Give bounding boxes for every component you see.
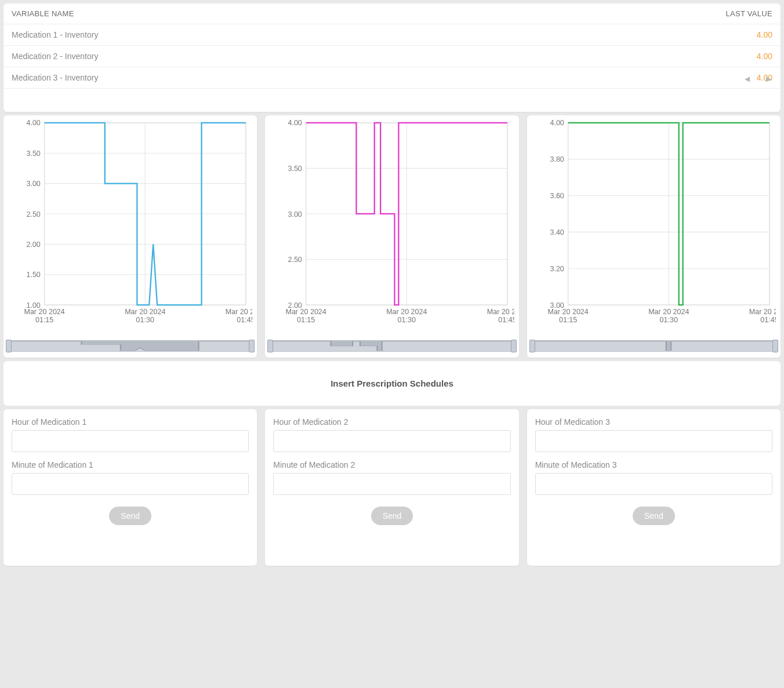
row-value: 4.00 bbox=[485, 67, 781, 89]
row-value: 4.00 bbox=[485, 46, 781, 67]
send-button-3[interactable]: Send bbox=[633, 507, 675, 525]
svg-text:3.00: 3.00 bbox=[26, 180, 40, 188]
minute-label: Minute of Medication 3 bbox=[535, 460, 772, 469]
hour-label: Hour of Medication 3 bbox=[535, 417, 772, 427]
hour-label: Hour of Medication 1 bbox=[12, 417, 249, 427]
brush-mini-3 bbox=[532, 340, 776, 352]
svg-text:01:15: 01:15 bbox=[559, 316, 577, 324]
chart-3[interactable]: 3.003.203.403.603.804.00Mar 20 202401:15… bbox=[532, 119, 776, 330]
pager-prev-icon[interactable]: ◀ bbox=[745, 75, 750, 83]
svg-text:Mar 20 2024: Mar 20 2024 bbox=[487, 308, 514, 316]
chart-card-2: 2.002.503.003.504.00Mar 20 202401:15Mar … bbox=[265, 115, 518, 358]
minute-label: Minute of Medication 1 bbox=[12, 460, 249, 469]
form-card-3: Hour of Medication 3 Minute of Medicatio… bbox=[527, 409, 781, 566]
svg-text:Mar 20 2024: Mar 20 2024 bbox=[226, 308, 253, 316]
svg-text:2.50: 2.50 bbox=[288, 256, 302, 264]
brush-mini-2 bbox=[270, 340, 514, 352]
svg-text:Mar 20 2024: Mar 20 2024 bbox=[125, 308, 165, 316]
svg-text:3.20: 3.20 bbox=[550, 265, 564, 273]
svg-text:01:30: 01:30 bbox=[659, 316, 677, 324]
forms-row: Hour of Medication 1 Minute of Medicatio… bbox=[3, 409, 781, 566]
brush-mini-1 bbox=[8, 340, 252, 352]
svg-text:2.50: 2.50 bbox=[26, 210, 40, 219]
svg-text:Mar 20 2024: Mar 20 2024 bbox=[286, 308, 326, 316]
svg-text:3.50: 3.50 bbox=[26, 150, 40, 158]
svg-text:01:15: 01:15 bbox=[297, 316, 315, 324]
inventory-table-card: VARIABLE NAME LAST VALUE Medication 1 - … bbox=[3, 3, 781, 112]
chart-card-3: 3.003.203.403.603.804.00Mar 20 202401:15… bbox=[527, 115, 781, 358]
chart-brush-1[interactable] bbox=[8, 340, 252, 352]
brush-handle-left[interactable] bbox=[6, 340, 12, 352]
svg-text:01:15: 01:15 bbox=[35, 316, 53, 324]
table-row[interactable]: Medication 2 - Inventory 4.00 bbox=[3, 46, 781, 67]
hour-input-3[interactable] bbox=[535, 430, 772, 452]
svg-text:01:30: 01:30 bbox=[136, 316, 154, 324]
hour-input-1[interactable] bbox=[12, 430, 249, 452]
brush-handle-right[interactable] bbox=[511, 340, 517, 352]
brush-handle-left[interactable] bbox=[267, 340, 273, 352]
charts-row: 1.001.502.002.503.003.504.00Mar 20 20240… bbox=[3, 115, 781, 358]
chart-card-1: 1.001.502.002.503.003.504.00Mar 20 20240… bbox=[3, 115, 257, 358]
row-name: Medication 2 - Inventory bbox=[3, 46, 485, 67]
svg-text:4.00: 4.00 bbox=[550, 119, 564, 127]
svg-text:Mar 20 2024: Mar 20 2024 bbox=[24, 308, 64, 316]
minute-input-1[interactable] bbox=[12, 473, 249, 495]
svg-text:Mar 20 2024: Mar 20 2024 bbox=[386, 308, 427, 316]
svg-text:01:45: 01:45 bbox=[237, 316, 252, 324]
pager-next-icon[interactable]: ▶ bbox=[766, 75, 771, 83]
send-button-2[interactable]: Send bbox=[371, 507, 413, 525]
svg-text:01:45: 01:45 bbox=[499, 316, 514, 324]
svg-text:01:45: 01:45 bbox=[760, 316, 776, 324]
svg-text:4.00: 4.00 bbox=[26, 119, 40, 127]
svg-text:3.40: 3.40 bbox=[550, 228, 564, 236]
row-name: Medication 1 - Inventory bbox=[3, 24, 485, 46]
minute-label: Minute of Medication 2 bbox=[273, 460, 510, 469]
chart-brush-3[interactable] bbox=[532, 340, 776, 352]
form-card-2: Hour of Medication 2 Minute of Medicatio… bbox=[265, 409, 518, 566]
hour-label: Hour of Medication 2 bbox=[273, 417, 510, 427]
brush-handle-right[interactable] bbox=[772, 340, 778, 352]
svg-text:3.80: 3.80 bbox=[550, 155, 564, 163]
table-pager: ◀ ▶ bbox=[745, 75, 771, 83]
section-title: Insert Prescription Schedules bbox=[331, 378, 453, 388]
form-card-1: Hour of Medication 1 Minute of Medicatio… bbox=[3, 409, 257, 566]
brush-handle-left[interactable] bbox=[529, 340, 535, 352]
hour-input-2[interactable] bbox=[273, 430, 510, 452]
minute-input-2[interactable] bbox=[273, 473, 510, 495]
svg-text:3.50: 3.50 bbox=[288, 165, 302, 173]
svg-text:Mar 20 2024: Mar 20 2024 bbox=[749, 308, 776, 316]
chart-2[interactable]: 2.002.503.003.504.00Mar 20 202401:15Mar … bbox=[270, 119, 514, 330]
svg-text:Mar 20 2024: Mar 20 2024 bbox=[547, 308, 588, 316]
svg-text:3.00: 3.00 bbox=[288, 210, 302, 219]
table-row[interactable]: Medication 3 - Inventory 4.00 bbox=[3, 67, 781, 89]
minute-input-3[interactable] bbox=[535, 473, 772, 495]
section-title-card: Insert Prescription Schedules bbox=[3, 361, 781, 406]
inventory-table: VARIABLE NAME LAST VALUE Medication 1 - … bbox=[3, 3, 781, 89]
svg-text:01:30: 01:30 bbox=[398, 316, 416, 324]
svg-text:4.00: 4.00 bbox=[288, 119, 302, 127]
col-header-last: LAST VALUE bbox=[485, 3, 781, 24]
svg-text:Mar 20 2024: Mar 20 2024 bbox=[648, 308, 689, 316]
row-value: 4.00 bbox=[485, 24, 781, 46]
svg-text:2.00: 2.00 bbox=[26, 241, 40, 249]
chart-brush-2[interactable] bbox=[270, 340, 514, 352]
row-name: Medication 3 - Inventory bbox=[3, 67, 485, 89]
send-button-1[interactable]: Send bbox=[109, 507, 151, 525]
table-row[interactable]: Medication 1 - Inventory 4.00 bbox=[3, 24, 781, 46]
svg-text:1.50: 1.50 bbox=[26, 271, 40, 279]
brush-handle-right[interactable] bbox=[249, 340, 255, 352]
chart-1[interactable]: 1.001.502.002.503.003.504.00Mar 20 20240… bbox=[8, 119, 252, 330]
svg-text:3.60: 3.60 bbox=[550, 192, 564, 200]
col-header-name: VARIABLE NAME bbox=[3, 3, 485, 24]
